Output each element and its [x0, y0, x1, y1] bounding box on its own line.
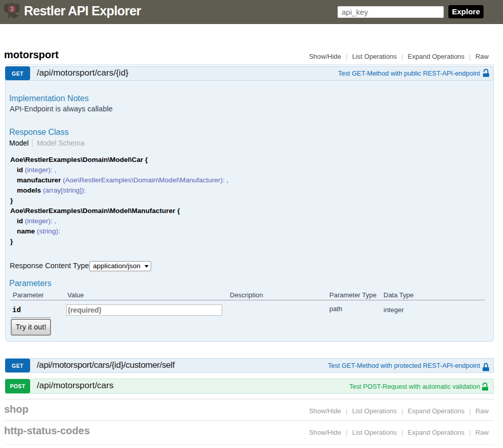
svg-text:3: 3	[10, 6, 14, 13]
